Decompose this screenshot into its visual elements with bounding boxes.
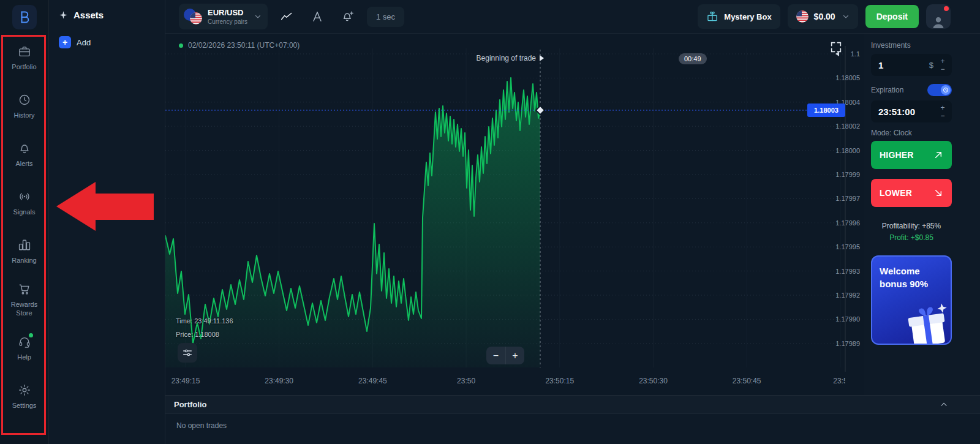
expiration-input[interactable]: 23:51:00 + − [871,100,952,122]
assets-title: Assets [74,10,104,20]
timestamp-text: 02/02/2026 23:50:11 (UTC+07:00) [188,41,300,50]
crosshair-price: Price: 1.18008 [176,328,233,341]
zoom-out-button[interactable]: − [486,347,505,364]
add-asset-button[interactable]: + Add [49,32,165,52]
price-axis-scroll-icon [835,51,839,56]
increment-button[interactable]: + [938,103,948,111]
expiration-stepper: + − [938,103,948,119]
us-flag-icon [190,12,202,24]
clock-icon [18,93,31,107]
crosshair-time: Time: 23:49:11.136 [176,314,233,328]
profit-info: Profitability: +85% Profit: +$0.85 [871,222,952,242]
sidebar-item-history[interactable]: History [0,82,48,130]
investment-value: 1 [878,60,929,70]
investments-label: Investments [871,41,952,50]
timeframe-selector[interactable]: 1 sec [367,7,404,27]
welcome-bonus-banner[interactable]: Welcome bonus 90% [871,255,952,345]
profile-avatar[interactable] [926,4,951,29]
chevron-up-icon [940,401,948,409]
expiration-value: 23:51:00 [878,107,938,117]
sidebar-item-ranking[interactable]: Ranking [0,227,48,276]
sidebar-item-signals[interactable]: Signals [0,179,48,227]
zoom-controls: − + [486,347,524,364]
sidebar-item-label: Signals [13,208,35,216]
currency-symbol: $ [929,61,933,70]
portfolio-collapse-button[interactable] [940,401,948,409]
pair-subtitle: Currency pairs [208,18,247,25]
investment-input[interactable]: 1 $ + − [871,54,952,76]
live-dot-icon [179,43,183,48]
profit-text: Profit: +$0.85 [871,233,952,242]
clock-icon [943,87,949,93]
crosshair-info: Time: 23:49:11.136 Price: 1.18008 [176,314,233,341]
portfolio-empty-state: No open trades [165,414,980,430]
trade-start-marker-icon [540,55,544,61]
sliders-icon [182,347,193,358]
arrow-up-right-icon [933,150,943,160]
signal-waves-icon [18,190,31,203]
us-flag-icon [796,10,809,23]
price-alert-button[interactable] [336,5,360,28]
toggle-knob [941,85,951,95]
online-status-dot [29,333,33,337]
sidebar: Portfolio History Alerts Signals Ranking… [0,0,49,444]
app-logo[interactable] [12,5,37,29]
higher-button[interactable]: HIGHER [871,141,952,169]
lower-button[interactable]: LOWER [871,179,952,207]
sidebar-item-label: Portfolio [12,62,36,71]
drawing-tools-button[interactable] [306,5,329,28]
countdown-badge: 00:49 [679,53,707,64]
price-chart[interactable] [165,34,864,395]
sidebar-item-portfolio[interactable]: Portfolio [0,34,48,82]
bonus-title: Welcome bonus 90% [880,265,941,290]
sidebar-item-label: Help [17,353,31,361]
beginning-of-trade-text: Beginning of trade [477,54,536,62]
headset-icon [18,335,31,348]
sidebar-item-label: Alerts [15,159,32,168]
current-price-badge: 1.18003 [807,103,845,117]
chevron-down-icon [842,13,850,20]
person-icon [930,14,946,29]
currency-pair-selector[interactable]: EUR/USD Currency pairs [179,4,268,29]
gear-icon [18,383,31,397]
higher-label: HIGHER [880,150,914,160]
pair-flags-icon [184,9,202,24]
assets-panel: Assets + Add [49,0,165,444]
bell-plus-icon [341,10,355,23]
expiration-row: Expiration [871,84,952,96]
expiration-label: Expiration [871,86,903,94]
chart-settings-button[interactable] [178,343,197,363]
portfolio-header: Portfolio [165,396,980,414]
drawing-tool-icon [311,10,324,23]
mystery-box-label: Mystery Box [724,12,771,21]
sidebar-item-help[interactable]: Help [0,324,48,372]
lower-label: LOWER [880,188,912,198]
decrement-button[interactable]: − [938,111,948,119]
decrement-button[interactable]: − [938,65,948,73]
trading-app: Portfolio History Alerts Signals Ranking… [0,0,980,444]
main-content: EUR/USD Currency pairs 1 sec Mystery Box [165,0,980,444]
sidebar-item-alerts[interactable]: Alerts [0,130,48,179]
sidebar-item-label: Rewards Store [6,300,43,318]
plus-icon: + [59,36,71,48]
notification-dot [944,6,949,11]
deposit-button[interactable]: Deposit [865,5,919,28]
expiration-mode-label: Mode: Clock [871,129,952,137]
gift-box-icon [899,297,952,345]
add-asset-label: Add [77,38,91,47]
expiration-mode-toggle[interactable] [927,84,952,96]
chevron-down-icon [254,13,262,20]
chart-type-button[interactable] [275,5,298,28]
zoom-in-button[interactable]: + [505,347,524,364]
bar-columns-icon [18,238,31,252]
briefcase-icon [18,45,31,58]
profitability-text: Profitability: +85% [871,222,952,230]
assets-header: Assets [49,9,165,32]
brand-icon [17,10,32,24]
sidebar-item-label: History [13,111,34,119]
increment-button[interactable]: + [938,57,948,65]
sidebar-item-rewards-store[interactable]: Rewards Store [0,276,48,324]
account-balance-selector[interactable]: $0.00 [788,4,858,29]
mystery-box-button[interactable]: Mystery Box [698,4,780,29]
sidebar-item-settings[interactable]: Settings [0,372,48,421]
